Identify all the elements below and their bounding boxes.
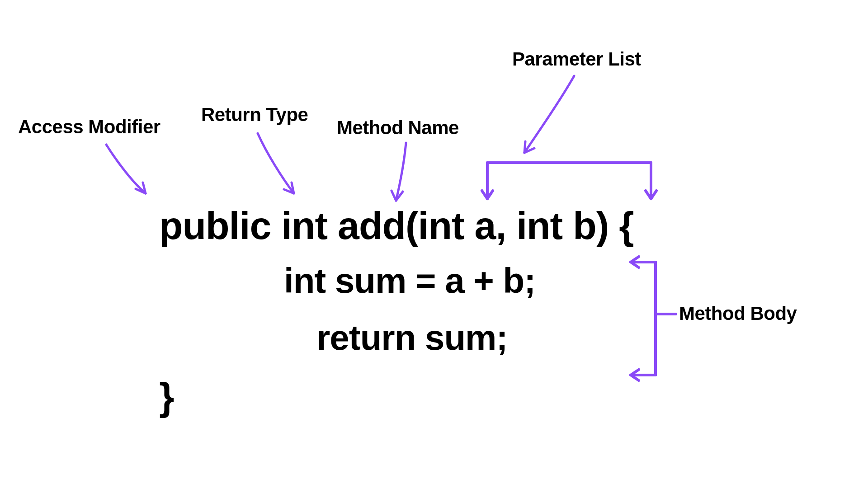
arrow-method-name [392, 143, 406, 201]
arrow-parameter-list [524, 76, 574, 153]
bracket-parameter-list [482, 163, 656, 199]
label-method-name: Method Name [337, 117, 459, 139]
code-line-1: public int add(int a, int b) { [159, 203, 634, 248]
code-line-4: } [159, 374, 174, 419]
code-line-2: int sum = a + b; [284, 260, 535, 301]
code-line-3: return sum; [316, 317, 507, 358]
label-method-body: Method Body [679, 303, 797, 324]
arrow-return-type [258, 133, 294, 193]
arrow-access-modifier [106, 145, 146, 193]
label-access-modifier: Access Modifier [18, 116, 160, 138]
bracket-method-body [631, 257, 676, 380]
diagram-stage: Access Modifier Return Type Method Name … [0, 0, 868, 488]
label-return-type: Return Type [201, 104, 308, 126]
label-parameter-list: Parameter List [512, 48, 641, 70]
